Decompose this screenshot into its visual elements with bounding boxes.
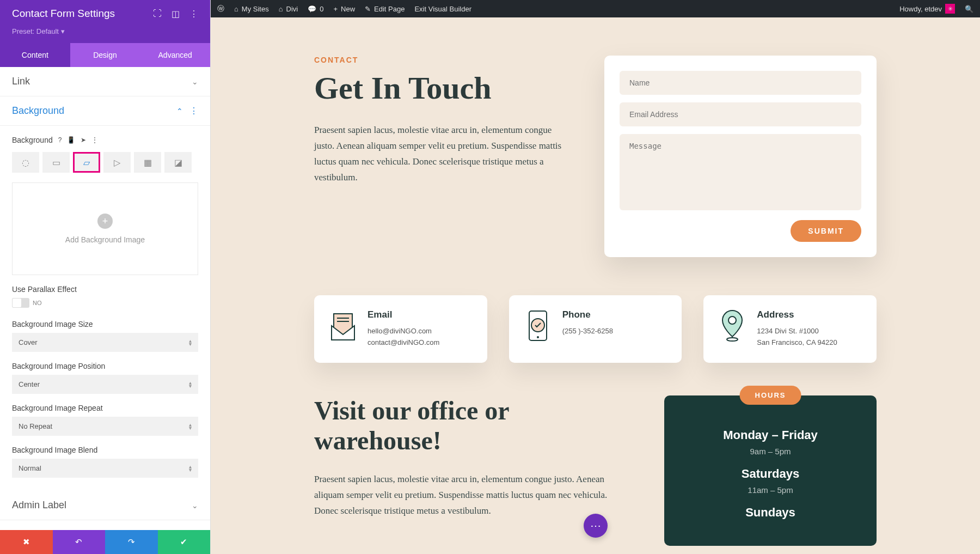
comments-link[interactable]: 💬0 [308,5,323,13]
bg-repeat-label: Background Image Repeat [12,404,198,412]
options-icon[interactable]: ⋮ [91,136,98,144]
bg-position-select[interactable]: Center ▴▾ [12,375,198,394]
bg-type-mask[interactable]: ◪ [164,152,192,173]
card-title: Email [367,309,439,320]
select-arrows-icon: ▴▾ [189,465,192,472]
submit-button[interactable]: SUBMIT [791,220,861,242]
plus-icon: + [97,214,113,229]
tab-design[interactable]: Design [70,43,140,67]
svg-point-6 [728,316,736,324]
phone-icon [525,309,550,342]
bg-type-gradient[interactable]: ▭ [42,152,70,173]
hero-body: Praesent sapien lacus, molestie vitae ar… [314,123,572,186]
hover-icon[interactable]: ➤ [81,136,86,144]
envelope-icon [330,309,356,342]
section-link[interactable]: Link ⌄ [0,67,210,96]
hours-day: Saturdays [686,467,855,481]
site-link[interactable]: ⌂Divi [279,5,298,13]
hours-day: Sundays [686,506,855,520]
select-arrows-icon: ▴▾ [189,423,192,430]
more-icon[interactable]: ⋮ [189,9,198,19]
bg-blend-select[interactable]: Normal ▴▾ [12,459,198,478]
exit-vb-link[interactable]: Exit Visual Builder [414,5,471,13]
bg-size-value: Cover [19,338,38,346]
chevron-down-icon: ⌄ [192,501,198,510]
sidebar-header: Contact Form Settings ⛶ ◫ ⋮ [0,0,210,27]
email-field[interactable] [620,102,861,126]
name-field[interactable] [620,71,861,95]
chevron-up-icon: ⌃ [176,107,183,115]
background-type-tabs: ◌ ▭ ▱ ▷ ▦ ◪ [12,152,198,173]
message-field[interactable] [620,134,861,210]
parallax-value: NO [33,300,42,306]
wp-admin-bar: ⓦ ⌂My Sites ⌂Divi 💬0 +New ✎Edit Page Exi… [211,0,980,17]
cancel-button[interactable]: ✖ [0,530,53,554]
undo-button[interactable]: ↶ [53,530,106,554]
section-more-icon[interactable]: ⋮ [189,106,198,116]
background-panel: Background ? 📱 ➤ ⋮ ◌ ▭ ▱ ▷ ▦ ◪ + Add Bac… [0,136,210,491]
settings-sidebar: Contact Form Settings ⛶ ◫ ⋮ Preset: Defa… [0,0,211,554]
info-card-phone: Phone (255 )-352-6258 [509,295,682,363]
visit-title: Visit our office or warehouse! [314,395,626,455]
section-admin-label[interactable]: Admin Label ⌄ [0,491,210,520]
edit-page-link[interactable]: ✎Edit Page [365,5,405,13]
help-icon[interactable]: ? [58,136,62,144]
add-bg-image-label: Add Background Image [65,235,145,244]
panel-toggle-icon[interactable]: ◫ [171,9,180,19]
my-sites-link[interactable]: ⌂My Sites [234,5,269,13]
save-button[interactable]: ✔ [158,530,211,554]
contact-form: SUBMIT [604,56,877,257]
settings-tabs: Content Design Advanced [0,43,210,67]
svg-point-5 [537,336,539,338]
search-icon[interactable]: 🔍 [965,5,973,13]
page-canvas: CONTACT Get In Touch Praesent sapien lac… [211,17,980,554]
bg-blend-label: Background Image Blend [12,446,198,454]
background-field-label: Background ? 📱 ➤ ⋮ [12,136,198,144]
builder-fab[interactable]: ⋯ [584,514,608,538]
pin-icon [720,309,745,342]
eyebrow: CONTACT [314,56,572,64]
tab-advanced[interactable]: Advanced [140,43,210,67]
card-title: Address [757,309,837,320]
info-card-address: Address 1234 Divi St. #1000 San Francisc… [703,295,877,363]
sidebar-title: Contact Form Settings [12,8,115,20]
bg-type-image[interactable]: ▱ [73,152,100,173]
hours-card: HOURS Monday – Friday 9am – 5pm Saturday… [664,395,877,546]
card-line: hello@diviNGO.com [367,326,439,337]
svg-point-7 [727,338,738,341]
card-line: 1234 Divi St. #1000 [757,326,837,337]
bg-position-label: Background Image Position [12,362,198,370]
howdy-link[interactable]: Howdy, etdev✳ [899,4,955,14]
bg-type-video[interactable]: ▷ [103,152,131,173]
avatar-icon: ✳ [945,4,955,14]
select-arrows-icon: ▴▾ [189,339,192,346]
hero-title: Get In Touch [314,70,572,106]
bg-type-pattern[interactable]: ▦ [134,152,161,173]
parallax-label: Use Parallax Effect [12,285,198,294]
background-label-text: Background [12,136,53,144]
bg-type-color[interactable]: ◌ [12,152,39,173]
new-link[interactable]: +New [333,5,355,13]
add-background-image[interactable]: + Add Background Image [12,182,198,275]
hours-time: 11am – 5pm [686,485,855,495]
focus-icon[interactable]: ⛶ [153,9,162,19]
parallax-toggle[interactable]: NO [12,298,42,308]
wp-logo-icon[interactable]: ⓦ [217,4,224,14]
visit-body: Praesent sapien lacus, molestie vitae ar… [314,472,626,519]
hours-time: 9am – 5pm [686,447,855,456]
redo-button[interactable]: ↷ [105,530,158,554]
section-link-label: Link [12,76,30,87]
section-admin-label-text: Admin Label [12,500,66,511]
hours-day: Monday – Friday [686,428,855,442]
preset-selector[interactable]: Preset: Default ▾ [0,27,210,43]
info-card-email: Email hello@diviNGO.com contact@diviNGO.… [314,295,487,363]
bg-position-value: Center [19,380,40,388]
card-line: contact@diviNGO.com [367,337,439,349]
bg-repeat-select[interactable]: No Repeat ▴▾ [12,417,198,436]
section-background[interactable]: Background ⌃ ⋮ [0,96,210,126]
responsive-icon[interactable]: 📱 [67,136,75,144]
hours-badge: HOURS [740,386,801,405]
tab-content[interactable]: Content [0,43,70,67]
bg-size-select[interactable]: Cover ▴▾ [12,333,198,352]
chevron-down-icon: ⌄ [192,77,198,86]
